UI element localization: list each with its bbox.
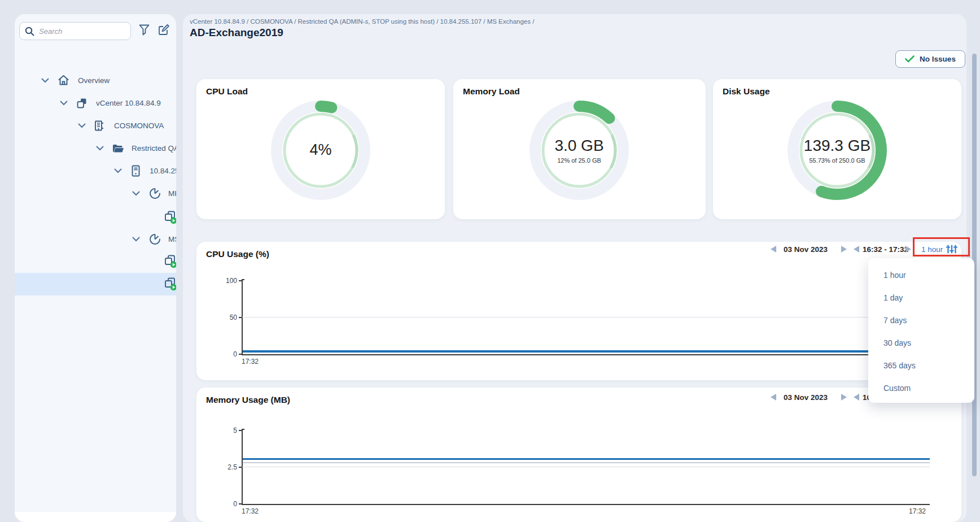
sidebar-item-vcenter[interactable]: vCenter 10.84.84.9	[15, 92, 176, 114]
breadcrumb[interactable]: vCenter 10.84.84.9 / COSMONOVA / Restric…	[190, 18, 534, 25]
sidebar-item-host[interactable]: 10.84.255.10	[15, 159, 176, 182]
host-icon	[131, 165, 141, 177]
card-title: Memory Load	[463, 86, 520, 97]
resource-pool-icon	[149, 188, 161, 199]
sidebar-item-label: vCenter 10.84.84.9	[96, 99, 161, 107]
y-tick: 2.5	[218, 463, 237, 471]
gauge-value: 3.0 GB	[511, 137, 647, 155]
sidebar-item-vm-ad1[interactable]: AD	[15, 250, 176, 273]
gauge-value: 139.3 GB	[769, 137, 905, 155]
sidebar-item-label: COSMONOVA	[114, 121, 164, 130]
x-axis	[242, 354, 930, 355]
sidebar-item-label: 10.84.255.10	[150, 167, 176, 175]
chevron-down-icon[interactable]	[96, 146, 104, 151]
card-title: CPU Load	[206, 86, 248, 97]
check-icon	[905, 55, 915, 63]
y-tick: 100	[218, 277, 237, 285]
folder-icon	[112, 143, 125, 154]
chart-title: CPU Usage (%)	[206, 249, 269, 259]
prev-date-button[interactable]	[771, 246, 776, 253]
dropdown-item-1-hour[interactable]: 1 hour	[868, 264, 974, 286]
cpu-load-card: CPU Load 4%	[196, 79, 445, 219]
disk-usage-card: Disk Usage 139.3 GB 55.73% of 250.0 GB	[713, 79, 961, 219]
next-range-button[interactable]	[905, 246, 911, 253]
vm-icon	[164, 254, 176, 269]
prev-range-button[interactable]	[854, 394, 859, 401]
gauge-value: 4%	[253, 141, 388, 159]
search-input[interactable]	[39, 27, 124, 36]
chevron-down-icon[interactable]	[78, 123, 86, 128]
dropdown-item-custom[interactable]: Custom	[868, 377, 974, 399]
card-title: Disk Usage	[723, 86, 770, 97]
cpu-usage-chart-card: CPU Usage (%) 03 Nov 2023 16:32 - 17:32 …	[196, 242, 961, 380]
chevron-down-icon[interactable]	[132, 191, 140, 196]
datacenter-icon	[93, 120, 105, 132]
sidebar-item-restricted-qa[interactable]: Restricted QA (AD	[15, 137, 176, 159]
y-tick: 0	[218, 500, 237, 508]
chevron-down-icon[interactable]	[114, 168, 122, 173]
chevron-down-icon[interactable]	[41, 78, 49, 83]
sidebar: Overview vCenter 10.84.84.9 COSMONOVA Re…	[15, 14, 176, 522]
sidebar-item-vm-mk[interactable]: MK	[15, 206, 176, 229]
prev-date-button[interactable]	[771, 394, 776, 401]
cpu-usage-line	[243, 350, 930, 353]
gridline-50	[242, 317, 930, 317]
y-tick: 0	[218, 350, 237, 358]
gridline-2-5	[242, 467, 930, 467]
search-box[interactable]	[19, 22, 131, 40]
sidebar-item-label: Restricted QA (AD	[132, 144, 176, 153]
filter-icon[interactable]	[139, 24, 150, 36]
status-badge-label: No Issues	[920, 55, 956, 63]
home-icon	[58, 75, 69, 86]
sidebar-item-vm-ad-exchange2019[interactable]: AD	[15, 273, 176, 295]
memory-usage-line	[243, 458, 930, 460]
sidebar-item-label: MK	[168, 189, 176, 198]
vm-icon	[164, 277, 176, 292]
date-label: 03 Nov 2023	[784, 393, 828, 402]
dropdown-item-365-days[interactable]: 365 days	[868, 354, 974, 377]
next-date-button[interactable]	[841, 246, 847, 253]
vcenter-icon	[76, 97, 88, 109]
memory-load-card: Memory Load 3.0 GB 12% of 25.0 GB	[453, 79, 706, 219]
page-title: AD-Exchange2019	[190, 27, 283, 39]
gauge-sublabel: 12% of 25.0 GB	[511, 157, 647, 164]
edit-icon[interactable]	[158, 23, 170, 36]
sidebar-item-overview[interactable]: Overview	[15, 69, 176, 92]
interval-dropdown-menu: 1 hour 1 day 7 days 30 days 365 days Cus…	[868, 258, 974, 403]
dropdown-item-30-days[interactable]: 30 days	[868, 332, 974, 354]
dropdown-item-1-day[interactable]: 1 day	[868, 286, 974, 309]
time-range-label: 16:32 - 17:32	[863, 245, 908, 254]
memory-usage-chart-card: Memory Usage (MB) 03 Nov 2023 16:32 - 17…	[196, 388, 961, 522]
y-tick: 50	[218, 314, 237, 321]
date-label: 03 Nov 2023	[784, 245, 828, 254]
search-icon	[25, 27, 34, 36]
x-axis	[242, 504, 930, 505]
gauge-sublabel: 55.73% of 250.0 GB	[769, 157, 905, 164]
x-tick-start: 17:32	[242, 358, 259, 366]
next-date-button[interactable]	[841, 394, 847, 401]
chevron-down-icon[interactable]	[132, 237, 140, 242]
x-tick-start: 17:32	[242, 507, 259, 515]
sidebar-item-mk-pool[interactable]: MK	[15, 182, 176, 205]
sidebar-item-ms-exchanges[interactable]: MS Exc	[15, 228, 176, 250]
annotation-highlight-box	[913, 237, 970, 256]
y-tick: 5	[218, 427, 237, 434]
sidebar-item-cosmonova[interactable]: COSMONOVA	[15, 114, 176, 137]
chevron-down-icon[interactable]	[60, 101, 68, 106]
prev-range-button[interactable]	[854, 246, 859, 253]
x-tick-end: 17:32	[909, 507, 926, 515]
memory-line-shadow	[243, 462, 930, 463]
sidebar-item-label: Overview	[78, 76, 110, 85]
horizontal-scrollbar[interactable]	[15, 512, 176, 522]
chart-title: Memory Usage (MB)	[206, 395, 290, 405]
sidebar-item-label: MS Exc	[168, 235, 176, 243]
dropdown-item-7-days[interactable]: 7 days	[868, 309, 974, 332]
status-badge[interactable]: No Issues	[895, 50, 965, 68]
resource-pool-icon	[149, 233, 161, 245]
vm-icon	[164, 210, 176, 225]
